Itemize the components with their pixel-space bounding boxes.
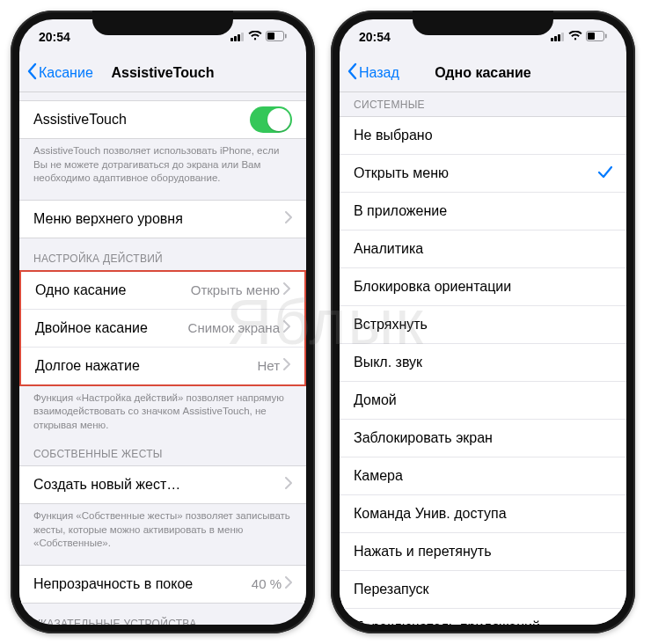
assistivetouch-toggle-row[interactable]: AssistiveTouch bbox=[19, 101, 306, 138]
battery-icon bbox=[266, 30, 287, 44]
system-header: СИСТЕМНЫЕ bbox=[340, 91, 626, 116]
option-row[interactable]: Встряхнуть bbox=[340, 305, 626, 343]
svg-rect-9 bbox=[558, 34, 560, 41]
top-level-menu-row[interactable]: Меню верхнего уровня bbox=[19, 201, 306, 238]
chevron-right-icon bbox=[283, 358, 290, 374]
option-row[interactable]: Не выбрано bbox=[340, 117, 626, 154]
option-label: В приложение bbox=[354, 203, 612, 219]
status-time: 20:54 bbox=[39, 30, 70, 44]
chevron-right-icon bbox=[283, 320, 290, 336]
svg-rect-10 bbox=[561, 33, 564, 41]
chevron-right-icon bbox=[283, 282, 290, 298]
chevron-right-icon bbox=[285, 576, 292, 592]
option-row[interactable]: Блокировка ориентации bbox=[340, 267, 626, 305]
chevron-left-icon bbox=[347, 62, 357, 84]
option-label: Нажать и перетянуть bbox=[354, 544, 612, 560]
option-row[interactable]: Выкл. звук bbox=[340, 343, 626, 381]
chevron-left-icon bbox=[26, 62, 37, 84]
actions-footer: Функция «Настройка действий» позволяет н… bbox=[19, 386, 306, 435]
row-value: 40 % bbox=[252, 576, 282, 591]
phone-left: 20:54 Касание AssistiveTouch Assi bbox=[11, 11, 315, 633]
option-row[interactable]: Переключатель приложений bbox=[340, 608, 626, 625]
back-label: Назад bbox=[359, 65, 399, 81]
single-tap-row[interactable]: Одно касание Открыть меню bbox=[21, 272, 304, 309]
row-value: Снимок экрана bbox=[188, 320, 280, 335]
svg-rect-8 bbox=[554, 36, 557, 41]
checkmark-icon bbox=[598, 165, 612, 183]
option-row[interactable]: Нажать и перетянуть bbox=[340, 532, 626, 570]
option-row[interactable]: Перезапуск bbox=[340, 570, 626, 608]
option-row[interactable]: В приложение bbox=[340, 192, 626, 230]
option-label: Открыть меню bbox=[354, 165, 598, 181]
svg-rect-2 bbox=[238, 34, 240, 41]
back-button[interactable]: Касание bbox=[26, 62, 93, 84]
notch bbox=[413, 11, 553, 35]
gestures-header: СОБСТВЕННЫЕ ЖЕСТЫ bbox=[19, 434, 306, 465]
option-row[interactable]: Камера bbox=[340, 457, 626, 494]
row-label: Непрозрачность в покое bbox=[33, 576, 252, 592]
svg-rect-1 bbox=[234, 36, 237, 41]
signal-icon bbox=[551, 30, 565, 44]
back-label: Касание bbox=[39, 65, 93, 81]
svg-rect-12 bbox=[605, 34, 607, 39]
svg-rect-7 bbox=[551, 38, 553, 41]
row-label: Долгое нажатие bbox=[35, 358, 257, 374]
nav-bar: Назад Одно касание bbox=[340, 55, 626, 92]
notch bbox=[92, 11, 233, 35]
option-label: Заблокировать экран bbox=[354, 430, 612, 446]
row-value: Нет bbox=[257, 358, 280, 373]
svg-rect-3 bbox=[241, 33, 244, 41]
svg-rect-13 bbox=[588, 33, 595, 40]
actions-header: НАСТРОЙКА ДЕЙСТВИЙ bbox=[19, 238, 306, 270]
nav-bar: Касание AssistiveTouch bbox=[19, 55, 306, 92]
option-label: Камера bbox=[354, 468, 612, 484]
row-value: Открыть меню bbox=[191, 282, 280, 297]
option-label: Домой bbox=[354, 392, 612, 408]
svg-rect-6 bbox=[267, 33, 274, 40]
option-row[interactable]: Заблокировать экран bbox=[340, 419, 626, 457]
svg-rect-5 bbox=[285, 34, 287, 39]
option-label: Не выбрано bbox=[354, 128, 612, 143]
row-label: Одно касание bbox=[35, 282, 191, 298]
option-label: Встряхнуть bbox=[354, 317, 612, 333]
wifi-icon bbox=[248, 30, 262, 44]
phone-right: 20:54 Назад Одно касание СИСТЕМНЫЕ Не вы… bbox=[331, 11, 635, 633]
idle-opacity-row[interactable]: Непрозрачность в покое 40 % bbox=[19, 566, 306, 603]
row-label: Двойное касание bbox=[35, 320, 188, 336]
option-row[interactable]: Открыть меню bbox=[340, 154, 626, 192]
devices-header: УКАЗАТЕЛЬНЫЕ УСТРОЙСТВА bbox=[19, 604, 306, 625]
option-label: Переключатель приложений bbox=[354, 619, 612, 625]
option-row[interactable]: Команда Унив. доступа bbox=[340, 494, 626, 532]
option-label: Команда Унив. доступа bbox=[354, 506, 612, 522]
option-label: Перезапуск bbox=[354, 582, 612, 597]
status-time: 20:54 bbox=[359, 30, 391, 44]
create-gesture-row[interactable]: Создать новый жест… bbox=[19, 466, 306, 503]
toggle-label: AssistiveTouch bbox=[33, 112, 250, 128]
option-row[interactable]: Аналитика bbox=[340, 230, 626, 267]
battery-icon bbox=[586, 30, 607, 44]
option-label: Выкл. звук bbox=[354, 355, 612, 370]
chevron-right-icon bbox=[285, 211, 292, 227]
assistivetouch-footer: AssistiveTouch позволяет использовать iP… bbox=[19, 139, 306, 187]
signal-icon bbox=[230, 30, 245, 44]
chevron-right-icon bbox=[285, 477, 292, 493]
toggle-switch[interactable] bbox=[250, 106, 292, 133]
svg-rect-0 bbox=[230, 38, 233, 41]
long-press-row[interactable]: Долгое нажатие Нет bbox=[21, 347, 304, 384]
double-tap-row[interactable]: Двойное касание Снимок экрана bbox=[21, 309, 304, 347]
row-label: Создать новый жест… bbox=[33, 477, 285, 493]
option-label: Аналитика bbox=[354, 241, 612, 257]
wifi-icon bbox=[568, 30, 582, 44]
gestures-footer: Функция «Собственные жесты» позволяет за… bbox=[19, 504, 306, 553]
back-button[interactable]: Назад bbox=[347, 62, 399, 84]
option-label: Блокировка ориентации bbox=[354, 279, 612, 295]
row-label: Меню верхнего уровня bbox=[33, 211, 285, 227]
option-row[interactable]: Домой bbox=[340, 381, 626, 419]
